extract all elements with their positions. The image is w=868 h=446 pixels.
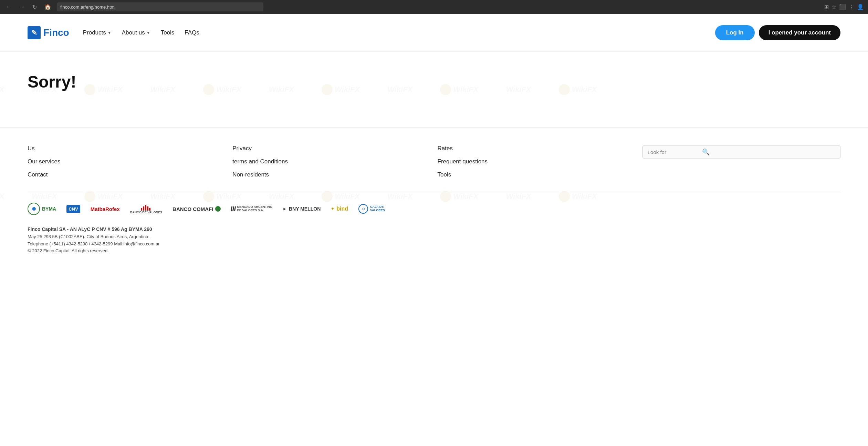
browser-chrome: ← → ↻ 🏠 finco.com.ar/eng/home.html ⊞ ☆ ⬛… [0,0,868,14]
nav-products[interactable]: Products ▼ [83,29,112,36]
search-icon[interactable]: 🔍 [702,148,710,156]
legal-address: May 25 293 5B (C1002ABE). City of Buenos… [28,233,840,241]
footer: Us Our services Contact Privacy terms an… [0,128,868,265]
logo-text: Finco [43,27,69,38]
matba-label: MatbaRofex [91,206,120,212]
logo-icon: ✎ [28,26,41,39]
banco-valores-icon: BANCO DE VALORES [130,204,162,214]
mercado-icon: MERCADO ARGENTINODE VALORES S.A. [231,205,272,212]
main-content: Sorry! [0,52,868,128]
navbar: ✎ Finco Products ▼ About us ▼ Tools FAQs… [0,14,868,52]
footer-link-privacy[interactable]: Privacy [232,145,430,152]
nav-links: Products ▼ About us ▼ Tools FAQs [83,29,715,36]
footer-link-non-residents[interactable]: Non-residents [232,171,430,178]
main-section: WikiFX WikiFX WikiFX WikiFX WikiFX WikiF… [0,52,868,128]
nav-faqs[interactable]: FAQs [185,29,199,36]
address-bar[interactable]: finco.com.ar/eng/home.html [57,2,263,11]
footer-col-search: 🔍 [642,145,840,178]
browser-toolbar: ⊞ ☆ ⬛ ⋮ 👤 [824,4,864,10]
partner-banco-valores: BANCO DE VALORES [130,204,162,214]
cnv-icon: CNV [66,205,80,213]
open-account-button[interactable]: I opened your account [759,25,840,40]
login-button[interactable]: Log In [715,25,755,40]
nav-buttons: Log In I opened your account [715,25,840,40]
partners-section: 🔵 BYMA CNV MatbaRofex [28,192,840,215]
forward-button[interactable]: → [17,3,27,11]
partner-mercado: MERCADO ARGENTINODE VALORES S.A. [231,205,272,212]
bind-label: bind [336,206,348,212]
footer-col-1: Us Our services Contact [28,145,226,178]
back-button[interactable]: ← [4,3,14,11]
footer-search-box[interactable]: 🔍 [642,145,840,159]
partner-matba: MatbaRofex [91,206,120,212]
footer-col-2: Privacy terms and Conditions Non-residen… [232,145,430,178]
footer-section: WikiFX WikiFX WikiFX WikiFX WikiFX WikiF… [0,128,868,265]
footer-link-rates[interactable]: Rates [438,145,636,152]
chevron-down-icon: ▼ [146,30,150,35]
caja-icon: ⬡ [358,204,368,214]
partner-byma: 🔵 BYMA [28,203,56,215]
footer-link-our-services[interactable]: Our services [28,158,226,165]
translate-icon[interactable]: ⊞ [824,4,829,10]
bookmark-icon[interactable]: ☆ [832,4,836,10]
url-text: finco.com.ar/eng/home.html [60,4,115,10]
comafi-icon: BANCO COMAFI [172,206,221,212]
footer-links: Us Our services Contact Privacy terms an… [28,145,840,178]
byma-icon: 🔵 [28,203,40,215]
footer-link-frequent-questions[interactable]: Frequent questions [438,158,636,165]
footer-link-terms[interactable]: terms and Conditions [232,158,430,165]
legal-section: Finco Capital SA - AN ALyC P CNV # 596 A… [28,225,840,255]
extensions-icon[interactable]: ⬛ [839,4,846,10]
home-button[interactable]: 🏠 [42,3,53,11]
chevron-down-icon: ▼ [107,30,112,35]
sorry-heading: Sorry! [28,72,840,91]
footer-link-contact[interactable]: Contact [28,171,226,178]
reload-button[interactable]: ↻ [30,3,39,11]
partner-caja-valores: ⬡ CAJA DEVALORES [358,204,385,214]
footer-link-tools[interactable]: Tools [438,171,636,178]
bind-icon: ✦ [331,206,334,211]
footer-col-3: Rates Frequent questions Tools [438,145,636,178]
partner-cnv: CNV [66,205,80,213]
legal-copyright: © 2022 Finco Capital. All rights reserve… [28,247,840,255]
byma-label: BYMA [42,206,56,212]
partner-bny: ► BNY MELLON [283,206,321,212]
footer-link-us[interactable]: Us [28,145,226,152]
nav-tools[interactable]: Tools [161,29,175,36]
nav-about-us[interactable]: About us ▼ [122,29,150,36]
menu-icon[interactable]: ⋮ [849,4,854,10]
bny-label: BNY MELLON [289,206,321,212]
bny-icon: ► [283,206,287,211]
partner-bind: ✦ bind [331,206,348,212]
legal-company: Finco Capital SA - AN ALyC P CNV # 596 A… [28,226,152,232]
footer-search-input[interactable] [648,149,699,155]
legal-phone: Telephone (+5411) 4342-5298 / 4342-5299 … [28,241,840,248]
caja-label: CAJA DEVALORES [370,205,385,212]
profile-icon[interactable]: 👤 [857,4,864,10]
partner-banco-comafi: BANCO COMAFI [172,206,221,212]
logo[interactable]: ✎ Finco [28,26,69,39]
